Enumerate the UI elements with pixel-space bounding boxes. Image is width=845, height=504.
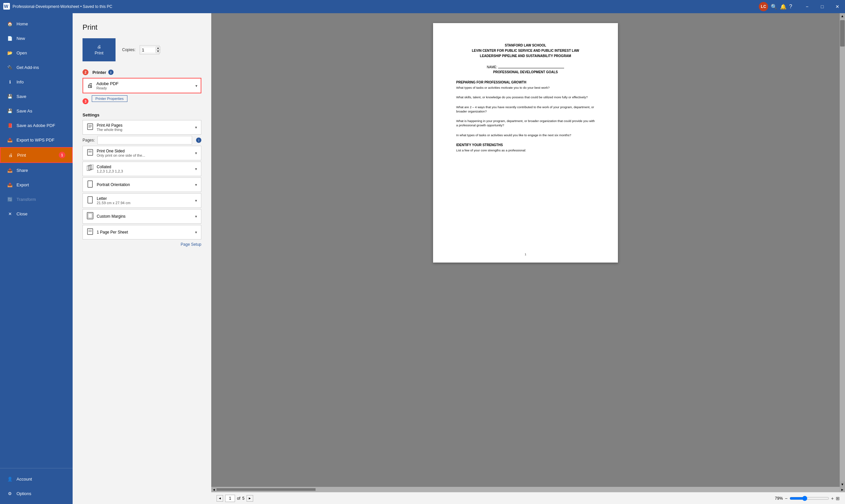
fit-page-button[interactable]: ⊞	[836, 496, 840, 501]
sidebar-item-share[interactable]: 📤 Share	[0, 163, 73, 178]
sidebar-item-save-adobe[interactable]: 📕 Save as Adobe PDF	[0, 118, 73, 132]
pages-info-icon[interactable]: i	[196, 138, 201, 143]
zoom-level: 79%	[771, 496, 783, 501]
prev-page-button[interactable]: ◄	[216, 495, 223, 502]
notification-icon[interactable]: 🔔	[780, 4, 787, 10]
bottom-nav-bar: ◄ of 5 ► 79% − + ⊞	[211, 492, 845, 504]
document-page: STANFORD LAW SCHOOL LEVIN CENTER FOR PUB…	[433, 23, 618, 263]
copies-down[interactable]: ▼	[156, 50, 160, 53]
copies-label: Copies:	[122, 48, 136, 52]
sidebar-label-save-as: Save As	[17, 109, 32, 113]
sidebar-item-save[interactable]: 💾 Save	[0, 89, 73, 104]
scroll-down-button[interactable]: ▼	[840, 482, 845, 487]
printer-select[interactable]: 🖨 Adobe PDF Ready	[83, 78, 201, 93]
sidebar-item-get-add-ins[interactable]: 🔌 Get Add-ins	[0, 60, 73, 74]
sidebar-label-info: Info	[17, 79, 24, 85]
search-icon[interactable]: 🔍	[771, 4, 777, 10]
zoom-out-button[interactable]: −	[785, 496, 788, 501]
sidebar-label-share: Share	[17, 168, 28, 173]
transform-icon: 🔄	[6, 196, 13, 202]
sidebar-item-options[interactable]: ⚙ Options	[0, 486, 73, 501]
print-button[interactable]: 🖨 Print	[83, 38, 116, 61]
zoom-slider[interactable]	[790, 496, 829, 501]
current-page-input[interactable]	[225, 495, 235, 502]
margins-text: Custom Margins	[97, 214, 125, 219]
sidebar-label-account: Account	[17, 476, 32, 482]
settings-label: Settings	[83, 112, 201, 118]
window-controls: − □ ✕	[799, 0, 845, 13]
collated-dropdown[interactable]: Collated 1,2,3 1,2,3 1,2,3 ▼	[83, 162, 201, 176]
name-underline	[498, 68, 564, 68]
next-page-button[interactable]: ►	[247, 495, 253, 502]
svg-text:W: W	[4, 4, 8, 9]
pages-input[interactable]	[98, 136, 192, 144]
printer-section-label: 2 Printer i	[83, 69, 201, 75]
save-as-icon: 💾	[6, 108, 13, 114]
sidebar-item-account[interactable]: 👤 Account	[0, 472, 73, 486]
help-icon[interactable]: ?	[789, 4, 792, 10]
margins-dropdown[interactable]: Custom Margins ▼	[83, 209, 201, 223]
word-icon: W	[3, 3, 10, 11]
restore-button[interactable]: □	[815, 0, 830, 13]
orientation-icon	[86, 180, 94, 189]
vertical-scrollbar: ▲ ▼	[840, 13, 845, 487]
pages-per-sheet-icon	[86, 228, 94, 236]
badge-3: 3	[83, 98, 88, 104]
print-range-arrow-icon: ▼	[194, 126, 198, 129]
sidebar-bottom: 👤 Account ⚙ Options	[0, 468, 73, 504]
sides-dropdown[interactable]: Print One Sided Only print on one side o…	[83, 146, 201, 160]
paper-size-icon	[86, 196, 94, 205]
print-range-dropdown[interactable]: Print All Pages The whole thing ▼	[83, 120, 201, 134]
sidebar-item-close[interactable]: ✕ Close	[0, 206, 73, 221]
close-doc-icon: ✕	[6, 211, 13, 217]
titlebar-right-icons: LC 🔍 🔔 ?	[759, 0, 792, 13]
page-setup-link[interactable]: Page Setup	[83, 242, 201, 247]
sidebar-label-export-wps: Export to WPS PDF	[17, 138, 54, 143]
scroll-right-button[interactable]: ►	[840, 487, 845, 492]
copies-up[interactable]: ▲	[156, 47, 160, 50]
print-panel: Print 🖨 Print Copies: ▲ ▼	[73, 13, 211, 504]
sidebar-item-info[interactable]: ℹ Info	[0, 74, 73, 89]
h-scrollbar-thumb[interactable]	[216, 488, 316, 491]
svg-rect-6	[87, 149, 93, 155]
close-button[interactable]: ✕	[830, 0, 845, 13]
account-icon: 👤	[6, 475, 13, 482]
scroll-left-button[interactable]: ◄	[211, 487, 216, 492]
print-range-icon	[86, 123, 94, 132]
paper-size-dropdown[interactable]: Letter 21.59 cm x 27.94 cm ▼	[83, 193, 201, 208]
export-wps-icon: 📤	[6, 137, 13, 143]
save-adobe-icon: 📕	[6, 122, 13, 129]
avatar: LC	[759, 2, 768, 11]
orientation-text: Portrait Orientation	[97, 182, 130, 187]
horizontal-scrollbar: ◄ ►	[211, 487, 845, 492]
scroll-up-button[interactable]: ▲	[840, 13, 845, 18]
printer-info-icon[interactable]: i	[108, 70, 113, 75]
sidebar-item-save-as[interactable]: 💾 Save As	[0, 104, 73, 118]
printer-device-icon: 🖨	[87, 82, 93, 89]
doc-section-1-title: PREPARING FOR PROFESSIONAL GROWTH	[456, 80, 595, 84]
copies-field[interactable]	[142, 48, 155, 52]
minimize-button[interactable]: −	[799, 0, 815, 13]
printer-properties-button[interactable]: Printer Properties	[92, 95, 127, 102]
sidebar-item-home[interactable]: 🏠 Home	[0, 17, 73, 31]
orientation-dropdown[interactable]: Portrait Orientation ▼	[83, 178, 201, 192]
sides-text: Print One Sided Only print on one side o…	[97, 149, 145, 157]
sidebar-item-transform: 🔄 Transform	[0, 192, 73, 206]
svg-rect-13	[88, 197, 92, 203]
sidebar-label-home: Home	[17, 21, 28, 26]
print-badge: 1	[59, 152, 65, 158]
sidebar-item-export-wps[interactable]: 📤 Export to WPS PDF	[0, 132, 73, 147]
app-body: 🏠 Home 📄 New 📂 Open 🔌 Get Add-ins ℹ Info…	[0, 13, 845, 504]
pages-per-sheet-dropdown[interactable]: 1 Page Per Sheet ▼	[83, 225, 201, 239]
sidebar-item-new[interactable]: 📄 New	[0, 31, 73, 46]
print-button-row: 🖨 Print Copies: ▲ ▼	[83, 38, 201, 61]
zoom-in-button[interactable]: +	[831, 496, 834, 501]
sidebar-item-open[interactable]: 📂 Open	[0, 46, 73, 60]
collated-text: Collated 1,2,3 1,2,3 1,2,3	[97, 165, 123, 173]
home-icon: 🏠	[6, 20, 13, 27]
sidebar-label-print: Print	[17, 153, 26, 158]
scrollbar-thumb[interactable]	[840, 20, 845, 47]
sidebar-item-export[interactable]: 📤 Export	[0, 178, 73, 192]
sidebar-item-print[interactable]: 🖨 Print 1	[0, 147, 73, 163]
paper-size-arrow-icon: ▼	[194, 199, 198, 202]
